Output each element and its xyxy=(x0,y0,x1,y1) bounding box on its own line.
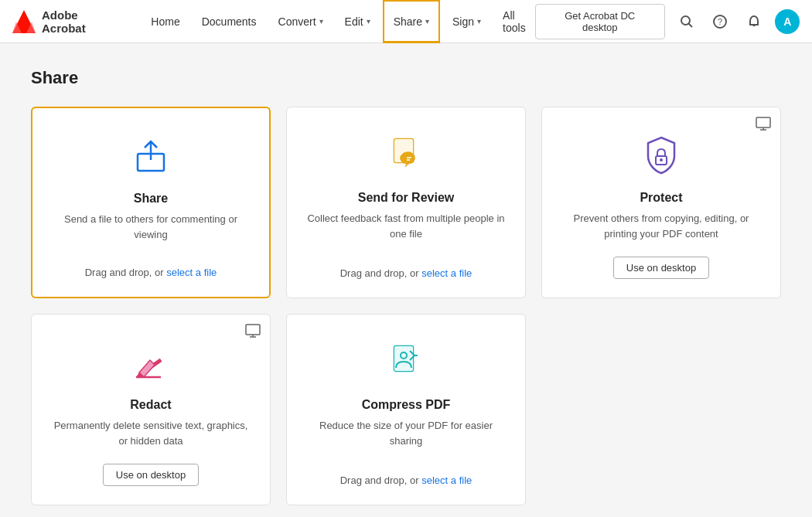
navbar: Adobe Acrobat Home Documents Convert ▾ E… xyxy=(0,0,812,43)
svg-rect-19 xyxy=(246,325,260,335)
cards-grid: Share Send a file to others for commenti… xyxy=(31,107,781,505)
send-review-card-icon xyxy=(383,132,429,179)
nav-sign[interactable]: Sign ▾ xyxy=(443,0,490,43)
protect-card-desc: Prevent others from copying, editing, or… xyxy=(561,211,762,241)
navbar-actions: Get Acrobat DC desktop ? A xyxy=(535,4,800,39)
redact-card[interactable]: Redact Permanently delete sensitive text… xyxy=(31,314,271,505)
share-card-desc: Send a file to others for commenting or … xyxy=(51,212,251,251)
nav-documents[interactable]: Documents xyxy=(193,0,266,43)
protect-card-title: Protect xyxy=(640,191,682,205)
svg-rect-14 xyxy=(756,117,770,128)
edit-chevron-icon: ▾ xyxy=(367,17,370,26)
send-review-card-link[interactable]: select a file xyxy=(421,267,472,279)
nav-convert[interactable]: Convert ▾ xyxy=(269,0,333,43)
get-desktop-button[interactable]: Get Acrobat DC desktop xyxy=(535,4,665,39)
adobe-logo-icon xyxy=(12,10,36,33)
protect-card[interactable]: Protect Prevent others from copying, edi… xyxy=(541,107,781,298)
svg-point-18 xyxy=(660,158,663,162)
nav-home[interactable]: Home xyxy=(142,0,189,43)
redact-card-icon xyxy=(128,339,174,386)
compress-card-desc: Reduce the size of your PDF for easier s… xyxy=(305,418,507,459)
convert-chevron-icon: ▾ xyxy=(319,17,323,26)
nav-share[interactable]: Share ▾ xyxy=(383,0,440,43)
redact-card-title: Redact xyxy=(130,398,171,412)
compress-card-title: Compress PDF xyxy=(362,398,451,412)
share-chevron-icon: ▾ xyxy=(425,17,429,26)
svg-line-4 xyxy=(688,23,692,27)
brand[interactable]: Adobe Acrobat xyxy=(12,9,123,35)
send-review-card-desc: Collect feedback fast from multiple peop… xyxy=(305,211,507,252)
protect-use-desktop-button[interactable]: Use on desktop xyxy=(613,257,709,279)
nav-edit[interactable]: Edit ▾ xyxy=(336,0,380,43)
compress-card-link[interactable]: select a file xyxy=(421,474,472,486)
share-card-footer: Drag and drop, or select a file xyxy=(85,267,217,278)
user-avatar[interactable]: A xyxy=(775,9,800,34)
compress-card-footer: Drag and drop, or select a file xyxy=(340,474,473,486)
protect-desktop-badge xyxy=(756,117,771,134)
nav-alltools[interactable]: All tools xyxy=(493,0,535,43)
sign-chevron-icon: ▾ xyxy=(477,17,481,26)
compress-card[interactable]: Compress PDF Reduce the size of your PDF… xyxy=(286,314,526,505)
notifications-button[interactable] xyxy=(742,9,766,34)
redact-card-desc: Permanently delete sensitive text, graph… xyxy=(50,418,251,448)
svg-text:?: ? xyxy=(718,17,722,26)
bell-icon xyxy=(747,15,761,29)
protect-card-icon xyxy=(638,132,684,179)
compress-card-icon xyxy=(383,339,429,386)
nav-menu: Home Documents Convert ▾ Edit ▾ Share ▾ … xyxy=(142,0,534,43)
search-icon xyxy=(680,15,694,29)
brand-name: Adobe Acrobat xyxy=(42,9,123,35)
svg-point-3 xyxy=(681,16,690,25)
share-card-link[interactable]: select a file xyxy=(166,267,217,278)
redact-use-desktop-button[interactable]: Use on desktop xyxy=(103,464,199,486)
redact-desktop-badge xyxy=(245,324,261,342)
share-card-title: Share xyxy=(134,192,168,206)
send-review-card-title: Send for Review xyxy=(358,191,454,205)
help-icon: ? xyxy=(713,15,727,29)
share-card[interactable]: Share Send a file to others for commenti… xyxy=(31,107,271,298)
send-review-card-footer: Drag and drop, or select a file xyxy=(340,267,473,279)
help-button[interactable]: ? xyxy=(708,9,732,34)
send-review-card[interactable]: Send for Review Collect feedback fast fr… xyxy=(286,107,526,298)
share-card-icon xyxy=(128,133,174,179)
search-button[interactable] xyxy=(674,9,699,34)
main-content: Share Share Send a file to others for co… xyxy=(0,43,812,517)
page-title: Share xyxy=(31,68,781,88)
